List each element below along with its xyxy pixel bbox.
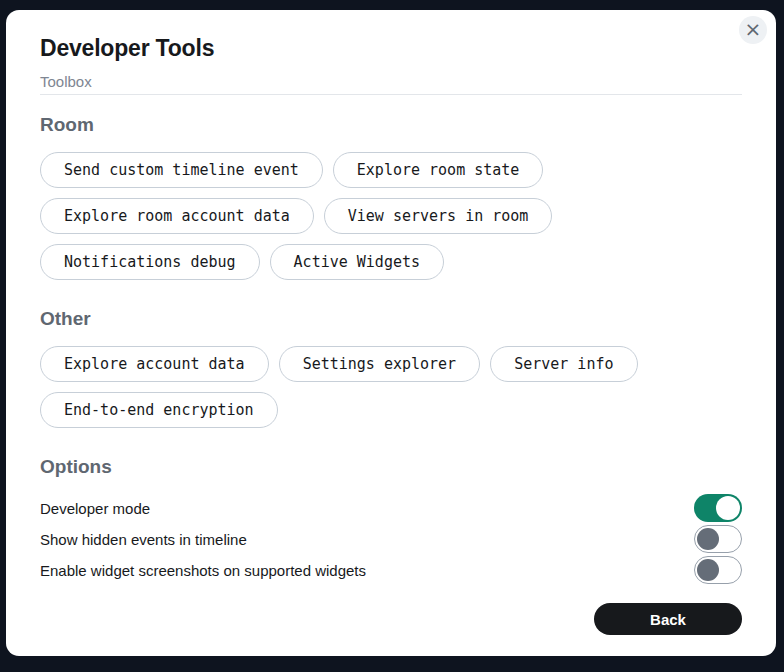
server-info-button[interactable]: Server info xyxy=(490,346,637,382)
room-buttons: Send custom timeline event Explore room … xyxy=(40,152,742,280)
close-button[interactable]: × xyxy=(739,16,767,44)
developer-mode-toggle[interactable] xyxy=(694,494,742,522)
show-hidden-events-toggle[interactable] xyxy=(694,525,742,553)
close-icon: × xyxy=(745,19,762,39)
other-buttons: Explore account data Settings explorer S… xyxy=(40,346,742,428)
toggle-knob xyxy=(697,528,719,550)
dialog-footer: Back xyxy=(40,603,742,635)
notifications-debug-button[interactable]: Notifications debug xyxy=(40,244,260,280)
dialog-title: Developer Tools xyxy=(40,35,742,62)
settings-explorer-button[interactable]: Settings explorer xyxy=(279,346,481,382)
toggle-knob xyxy=(697,559,719,581)
option-label: Enable widget screenshots on supported w… xyxy=(40,562,366,579)
explore-account-data-button[interactable]: Explore account data xyxy=(40,346,269,382)
option-row-widget-screenshots: Enable widget screenshots on supported w… xyxy=(40,556,742,584)
breadcrumb-label: Toolbox xyxy=(40,73,92,90)
back-button[interactable]: Back xyxy=(594,603,742,635)
section-heading-other: Other xyxy=(40,307,742,330)
option-row-developer-mode: Developer mode xyxy=(40,494,742,522)
widget-screenshots-toggle[interactable] xyxy=(694,556,742,584)
breadcrumb: Toolbox xyxy=(40,73,742,95)
option-row-show-hidden-events: Show hidden events in timeline xyxy=(40,525,742,553)
end-to-end-encryption-button[interactable]: End-to-end encryption xyxy=(40,392,278,428)
toggle-knob xyxy=(716,496,740,520)
developer-tools-dialog: × Developer Tools Toolbox Room Send cust… xyxy=(6,10,776,656)
explore-room-account-data-button[interactable]: Explore room account data xyxy=(40,198,314,234)
option-label: Developer mode xyxy=(40,500,150,517)
view-servers-in-room-button[interactable]: View servers in room xyxy=(324,198,553,234)
send-custom-timeline-event-button[interactable]: Send custom timeline event xyxy=(40,152,323,188)
active-widgets-button[interactable]: Active Widgets xyxy=(270,244,444,280)
section-heading-options: Options xyxy=(40,455,742,478)
explore-room-state-button[interactable]: Explore room state xyxy=(333,152,544,188)
option-label: Show hidden events in timeline xyxy=(40,531,247,548)
section-heading-room: Room xyxy=(40,113,742,136)
